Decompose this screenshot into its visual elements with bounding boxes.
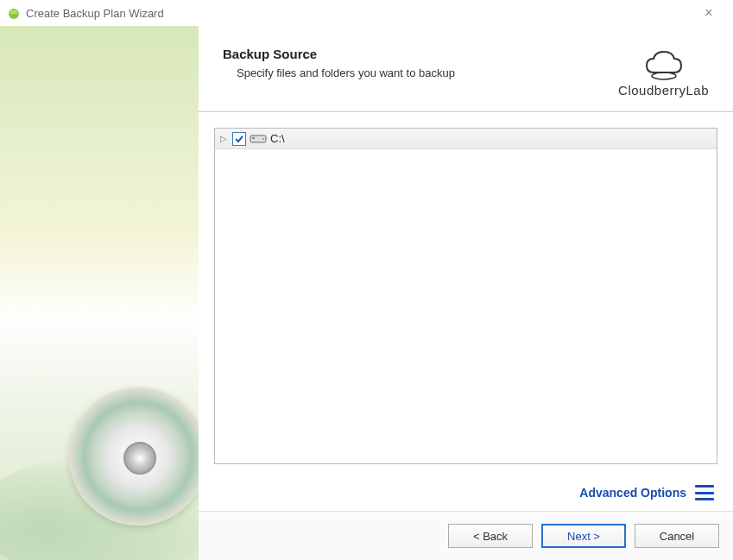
window-title: Create Backup Plan Wizard	[26, 7, 164, 20]
tree-node-label: C:\	[270, 132, 285, 145]
checkbox-c-drive[interactable]	[232, 132, 246, 146]
cloud-logo-icon	[640, 47, 688, 81]
page-subtitle: Specify files and folders you want to ba…	[223, 66, 618, 79]
brand: CloudberryLab	[618, 47, 709, 98]
close-icon[interactable]: ×	[692, 5, 726, 21]
titlebar: Create Backup Plan Wizard ×	[0, 0, 733, 26]
svg-point-0	[9, 9, 19, 19]
wizard-sidebar	[0, 26, 199, 560]
svg-rect-5	[252, 137, 255, 139]
app-icon	[7, 6, 21, 20]
expand-icon[interactable]: ▷	[220, 134, 229, 143]
file-tree[interactable]: ▷ C:\	[214, 128, 717, 464]
svg-point-3	[652, 72, 676, 79]
page-title: Backup Source	[223, 47, 618, 61]
menu-icon[interactable]	[695, 485, 714, 500]
cancel-button[interactable]: Cancel	[635, 524, 719, 548]
wizard-header: Backup Source Specify files and folders …	[199, 26, 733, 112]
advanced-options-link[interactable]: Advanced Options	[579, 486, 686, 500]
drive-icon	[250, 133, 267, 145]
tree-root-row[interactable]: ▷ C:\	[215, 129, 717, 149]
decorative-disc	[69, 387, 199, 525]
svg-point-2	[14, 10, 18, 15]
brand-name: CloudberryLab	[618, 83, 709, 98]
back-button[interactable]: < Back	[448, 524, 533, 548]
wizard-footer: < Back Next > Cancel	[199, 511, 733, 560]
next-button[interactable]: Next >	[541, 524, 626, 548]
svg-point-6	[262, 138, 264, 140]
